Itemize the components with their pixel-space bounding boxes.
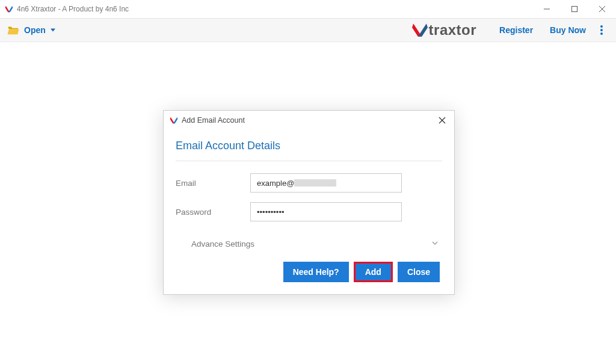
password-field[interactable] (250, 202, 402, 221)
open-label: Open (24, 25, 46, 35)
svg-point-6 (600, 32, 603, 35)
dialog-button-row: Need Help? Add Close (176, 254, 442, 283)
dialog-body: Email Account Details Email example@ Pas… (164, 130, 454, 294)
password-label: Password (176, 208, 250, 217)
main-toolbar: Open traxtor Register Buy Now (0, 18, 616, 42)
close-icon (439, 117, 446, 124)
brand-name: traxtor (429, 22, 477, 39)
email-row: Email example@ (176, 173, 442, 193)
redacted-text (294, 179, 336, 187)
buy-now-link[interactable]: Buy Now (550, 25, 586, 35)
brand-x-icon (412, 22, 428, 38)
maximize-button[interactable] (561, 0, 588, 18)
app-logo-icon (5, 5, 13, 13)
folder-open-icon (7, 25, 19, 35)
dialog-title: Add Email Account (182, 116, 436, 125)
window-titlebar: 4n6 Xtraxtor - A Product by 4n6 Inc (0, 0, 616, 18)
window-title: 4n6 Xtraxtor - A Product by 4n6 Inc (17, 5, 533, 13)
brand-logo: traxtor (412, 22, 477, 39)
advance-settings-toggle[interactable]: Advance Settings (176, 231, 442, 254)
email-label: Email (176, 179, 250, 188)
caret-down-icon (51, 28, 55, 32)
email-value-text: example@ (257, 179, 294, 188)
dialog-close-button[interactable] (436, 114, 448, 126)
add-button[interactable]: Add (356, 264, 391, 280)
more-vertical-icon (600, 25, 603, 35)
more-menu-button[interactable] (594, 23, 609, 37)
close-button[interactable]: Close (398, 262, 440, 282)
email-field[interactable]: example@ (250, 173, 402, 193)
dialog-heading: Email Account Details (176, 140, 442, 161)
open-menu-button[interactable]: Open (7, 25, 55, 35)
content-area: Add Email Account Email Account Details … (0, 42, 616, 364)
close-window-button[interactable] (588, 0, 616, 18)
chevron-down-icon (431, 239, 439, 248)
dialog-titlebar: Add Email Account (164, 111, 454, 130)
app-logo-icon (170, 116, 178, 125)
advance-settings-label: Advance Settings (191, 239, 254, 248)
minimize-button[interactable] (533, 0, 561, 18)
svg-point-5 (600, 29, 603, 31)
window-controls (533, 0, 616, 18)
svg-rect-1 (572, 6, 578, 11)
svg-point-4 (600, 25, 603, 28)
add-email-account-dialog: Add Email Account Email Account Details … (163, 110, 455, 295)
need-help-button[interactable]: Need Help? (283, 262, 349, 282)
password-row: Password (176, 202, 442, 221)
add-button-highlight: Add (354, 262, 393, 282)
register-link[interactable]: Register (499, 25, 533, 35)
